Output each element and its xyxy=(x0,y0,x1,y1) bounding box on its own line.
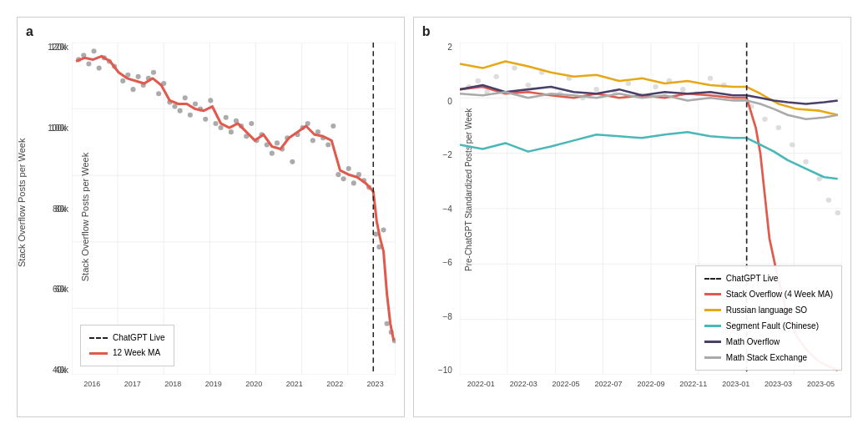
svg-point-36 xyxy=(193,101,198,106)
svg-point-18 xyxy=(97,66,102,71)
svg-point-33 xyxy=(178,108,183,114)
x-label: 2020 xyxy=(234,380,274,388)
legend-label-so: Stack Overflow (4 Week MA) xyxy=(726,286,833,302)
x-label-2022-11: 2022-11 xyxy=(672,380,714,388)
svg-point-55 xyxy=(290,159,295,164)
svg-point-41 xyxy=(219,125,224,130)
legend-item-ma: 12 Week MA xyxy=(89,346,165,361)
svg-point-73 xyxy=(381,227,386,232)
legend-b-so: Stack Overflow (4 Week MA) xyxy=(704,286,833,302)
svg-point-66 xyxy=(346,166,351,171)
legend-so-line xyxy=(704,293,721,295)
legend-label-mathstack: Math Stack Exchange xyxy=(726,350,807,366)
panel-b: b 2 0 −2 −4 −6 −8 −10 Pre-ChatGPT Standa… xyxy=(413,17,851,417)
svg-point-105 xyxy=(625,81,631,86)
y-tick-80k: 80k xyxy=(53,204,66,214)
x-label: 2021 xyxy=(274,380,314,388)
svg-point-120 xyxy=(835,210,840,215)
svg-point-39 xyxy=(208,98,213,103)
legend-b-russian: Russian language SO xyxy=(704,302,833,318)
svg-point-96 xyxy=(493,74,499,79)
svg-point-67 xyxy=(351,180,356,185)
segment-fault-line xyxy=(460,132,838,179)
svg-point-32 xyxy=(172,103,177,108)
legend-b-math-stack: Math Stack Exchange xyxy=(704,350,833,366)
svg-point-34 xyxy=(183,95,188,100)
svg-point-24 xyxy=(130,87,135,92)
svg-point-117 xyxy=(803,159,809,164)
x-label-2022-03: 2022-03 xyxy=(502,380,545,388)
x-label-2023-05: 2023-05 xyxy=(800,380,842,388)
y-tick-60k: 60k xyxy=(53,285,66,294)
legend-chinese-line xyxy=(704,325,721,327)
panel-a-x-labels: 2016 2017 2018 2019 2020 2021 2022 2023 xyxy=(72,376,396,416)
panel-b-y-axis: 2 0 −2 −4 −6 −8 −10 xyxy=(416,43,456,375)
svg-point-94 xyxy=(475,78,481,83)
x-label-2022-09: 2022-09 xyxy=(629,380,672,388)
legend-label-chinese: Segment Fault (Chinese) xyxy=(726,318,819,334)
panel-b-x-labels: 2022-01 2022-03 2022-05 2022-07 2022-09 … xyxy=(460,376,842,416)
legend-b-chinese: Segment Fault (Chinese) xyxy=(704,318,833,334)
svg-point-62 xyxy=(326,142,331,147)
legend-mathoverflow-line xyxy=(704,341,721,343)
svg-point-63 xyxy=(331,124,336,129)
svg-point-40 xyxy=(213,121,218,126)
legend-label: 12 Week MA xyxy=(113,346,160,361)
svg-point-16 xyxy=(86,61,91,66)
legend-dash xyxy=(704,278,721,280)
legend-a: ChatGPT Live 12 Week MA xyxy=(80,325,174,366)
svg-point-35 xyxy=(188,113,193,118)
y-tick-n6: −6 xyxy=(442,258,452,267)
svg-point-119 xyxy=(825,198,831,203)
x-label: 2017 xyxy=(112,380,152,388)
svg-point-116 xyxy=(790,142,795,147)
x-label: 2022 xyxy=(315,380,355,388)
legend-russian-line xyxy=(704,309,721,311)
panel-a: a Stack Overflow Posts per Week 120k 100… xyxy=(17,17,405,417)
x-label: 2019 xyxy=(193,380,233,388)
y-tick-n8: −8 xyxy=(442,312,452,321)
panel-a-ylabel: Stack Overflow Posts per Week xyxy=(80,153,90,281)
legend-mathstack-line xyxy=(704,356,721,359)
x-label-2023-01: 2023-01 xyxy=(714,380,757,388)
svg-point-51 xyxy=(270,151,275,156)
svg-point-22 xyxy=(120,78,125,83)
svg-point-74 xyxy=(385,321,390,326)
svg-point-111 xyxy=(708,76,714,81)
svg-point-59 xyxy=(310,138,315,143)
legend-label-russian: Russian language SO xyxy=(726,302,807,318)
svg-point-43 xyxy=(229,129,234,134)
svg-point-109 xyxy=(680,87,686,92)
svg-point-25 xyxy=(136,74,141,79)
legend-label-chatgpt: ChatGPT Live xyxy=(726,270,779,286)
chart-container: a Stack Overflow Posts per Week 120k 100… xyxy=(17,17,851,417)
svg-point-38 xyxy=(203,117,208,122)
svg-point-103 xyxy=(593,87,599,92)
panel-a-label: a xyxy=(26,24,33,39)
y-tick-40k: 40k xyxy=(53,366,66,375)
ma-line-a xyxy=(76,56,394,341)
y-tick-0: 0 xyxy=(447,97,452,106)
y-tick-120k: 120k xyxy=(48,43,66,52)
y-tick-2: 2 xyxy=(447,43,452,52)
svg-point-17 xyxy=(91,48,96,53)
x-label-2022-05: 2022-05 xyxy=(545,380,588,388)
y-tick-n2: −2 xyxy=(442,150,452,159)
x-label: 2018 xyxy=(153,380,193,388)
y-tick-100k: 100k xyxy=(48,124,66,133)
legend-b-chatgpt: ChatGPT Live xyxy=(704,270,833,286)
svg-point-65 xyxy=(341,176,346,181)
panel-b-label: b xyxy=(422,24,431,39)
svg-point-47 xyxy=(249,121,254,126)
svg-point-28 xyxy=(151,70,156,75)
legend-label: ChatGPT Live xyxy=(113,331,165,346)
y-tick-n4: −4 xyxy=(442,204,452,214)
svg-point-98 xyxy=(525,83,531,88)
x-label-2022-07: 2022-07 xyxy=(588,380,630,388)
svg-point-64 xyxy=(336,172,341,177)
svg-point-97 xyxy=(512,66,517,71)
svg-point-114 xyxy=(762,117,768,122)
legend-label-mathoverflow: Math Overflow xyxy=(726,334,780,350)
y-tick-n10: −10 xyxy=(438,366,452,375)
legend-b-math-overflow: Math Overflow xyxy=(704,334,833,350)
